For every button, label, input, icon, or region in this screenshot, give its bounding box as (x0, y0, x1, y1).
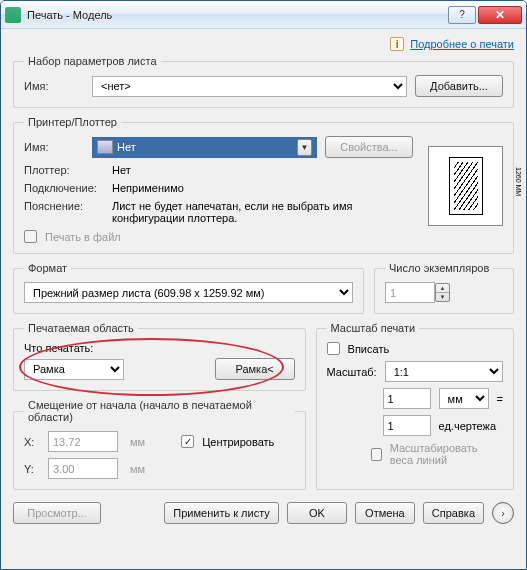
ok-button[interactable]: OK (287, 502, 347, 524)
scale-unit-select[interactable]: мм (439, 388, 489, 409)
scale-group: Масштаб печати Вписать Масштаб: 1:1 мм (316, 322, 514, 490)
offset-x-unit: мм (130, 436, 145, 448)
copies-input (385, 282, 435, 303)
help-button-bottom[interactable]: Справка (423, 502, 484, 524)
printer-group: Принтер/Плоттер 1260 MM Имя: Нет ▼ Свойс… (13, 116, 514, 254)
apply-button[interactable]: Применить к листу (164, 502, 279, 524)
drawing-units-label: ед.чертежа (439, 420, 496, 432)
plotter-label: Плоттер: (24, 164, 104, 176)
chevron-down-icon: ▼ (297, 139, 312, 156)
printer-name-select[interactable]: Нет ▼ (92, 137, 317, 158)
cancel-button[interactable]: Отмена (355, 502, 415, 524)
scale-legend: Масштаб печати (327, 322, 420, 334)
printer-name-label: Имя: (24, 141, 84, 153)
paper-preview: 1260 MM (428, 146, 503, 226)
explanation-label: Пояснение: (24, 200, 104, 212)
scale-unit-input[interactable] (383, 415, 431, 436)
window-title: Печать - Модель (27, 9, 448, 21)
copies-spinner: ▲▼ (435, 283, 450, 302)
offset-legend: Смещение от начала (начало в печатаемой … (24, 399, 295, 423)
help-button[interactable]: ? (448, 6, 476, 24)
connection-label: Подключение: (24, 182, 104, 194)
scale-lineweights-checkbox (371, 448, 381, 461)
print-dialog: Печать - Модель ? ✕ i Подробнее о печати… (0, 0, 527, 570)
center-label: Центрировать (202, 436, 274, 448)
offset-x-input (48, 431, 118, 452)
format-select[interactable]: Прежний размер листа (609.98 x 1259.92 м… (24, 282, 353, 303)
print-to-file-checkbox (24, 230, 37, 243)
printer-legend: Принтер/Плоттер (24, 116, 121, 128)
explanation-value: Лист не будет напечатан, если не выбрать… (112, 200, 413, 224)
page-setup-name-label: Имя: (24, 80, 84, 92)
learn-more-link[interactable]: Подробнее о печати (410, 38, 514, 50)
format-group: Формат Прежний размер листа (609.98 x 12… (13, 262, 364, 314)
add-button[interactable]: Добавить... (415, 75, 503, 97)
connection-value: Неприменимо (112, 182, 184, 194)
page-setup-name-select[interactable]: <нет> (92, 76, 407, 97)
scale-lineweights-label: Масштабировать веса линий (390, 442, 503, 466)
scale-num-input[interactable] (383, 388, 431, 409)
copies-legend: Число экземпляров (385, 262, 493, 274)
scale-label: Масштаб: (327, 366, 377, 378)
offset-y-input (48, 458, 118, 479)
fit-checkbox[interactable] (327, 342, 340, 355)
equals-label: = (497, 393, 503, 405)
close-button[interactable]: ✕ (478, 6, 522, 24)
format-legend: Формат (24, 262, 71, 274)
page-setup-group: Набор параметров листа Имя: <нет> Добави… (13, 55, 514, 108)
center-checkbox[interactable] (181, 435, 194, 448)
offset-x-label: X: (24, 436, 40, 448)
titlebar[interactable]: Печать - Модель ? ✕ (1, 1, 526, 29)
what-print-label: Что печатать: (24, 342, 295, 354)
page-setup-legend: Набор параметров листа (24, 55, 161, 67)
print-to-file-label: Печать в файл (45, 231, 121, 243)
print-area-group: Печатаемая область Что печатать: Рамка Р… (13, 322, 306, 391)
print-area-legend: Печатаемая область (24, 322, 138, 334)
offset-y-label: Y: (24, 463, 40, 475)
properties-button: Свойства... (325, 136, 413, 158)
chevron-right-icon: › (501, 507, 505, 519)
preview-button: Просмотр... (13, 502, 101, 524)
window-pick-button[interactable]: Рамка< (215, 358, 295, 380)
copies-group: Число экземпляров ▲▼ (374, 262, 514, 314)
offset-y-unit: мм (130, 463, 145, 475)
info-icon: i (390, 37, 404, 51)
offset-group: Смещение от начала (начало в печатаемой … (13, 399, 306, 490)
plotter-icon (97, 140, 113, 154)
what-print-select[interactable]: Рамка (24, 359, 124, 380)
scale-select[interactable]: 1:1 (385, 361, 503, 382)
plotter-value: Нет (112, 164, 131, 176)
app-icon (5, 7, 21, 23)
fit-label: Вписать (348, 343, 390, 355)
expand-button[interactable]: › (492, 502, 514, 524)
